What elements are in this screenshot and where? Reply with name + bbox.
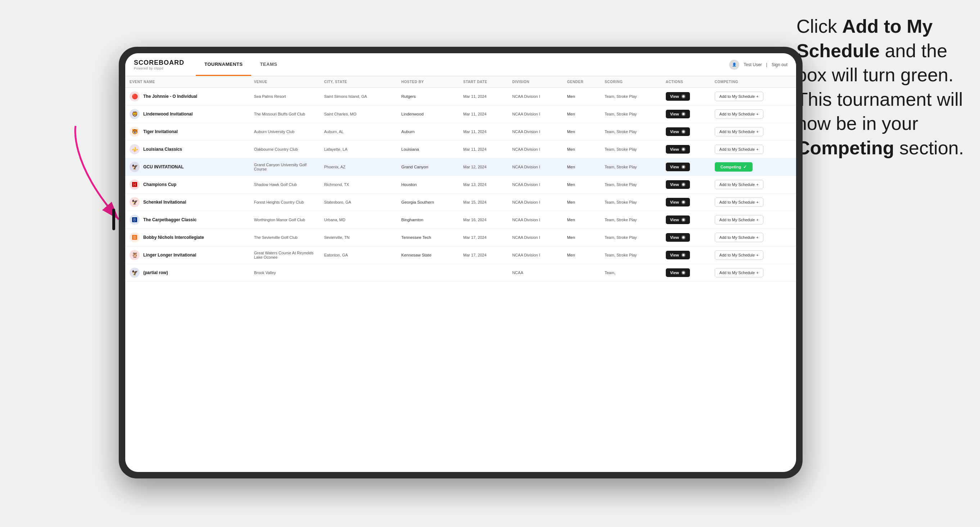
start-date-cell: Mar 11, 2024 <box>459 123 508 141</box>
add-to-schedule-button[interactable]: Add to My Schedule + <box>715 215 763 224</box>
logo-title: SCOREBOARD <box>134 59 184 67</box>
hosted-by-cell: Auburn <box>397 123 459 141</box>
division-cell: NCAA Division I <box>508 88 563 105</box>
add-to-schedule-button[interactable]: Add to My Schedule + <box>715 144 763 154</box>
add-to-schedule-button[interactable]: Add to My Schedule + <box>715 92 763 101</box>
table-row: 🐯 Tiger Invitational Auburn University C… <box>125 123 796 141</box>
view-icon: ⏺ <box>681 270 686 275</box>
venue-cell: Worthington Manor Golf Club <box>250 211 320 229</box>
user-label: Test User <box>743 62 762 67</box>
table-row: 🦅 Schenkel Invitational Forest Heights C… <box>125 194 796 211</box>
nav-tabs: TOURNAMENTS TEAMS <box>196 53 729 76</box>
plus-icon: + <box>756 270 758 275</box>
view-button[interactable]: View ⏺ <box>666 110 690 118</box>
table-row: 🦁 Lindenwood Invitational The Missouri B… <box>125 105 796 123</box>
view-icon: ⏺ <box>681 130 686 134</box>
sign-out-link[interactable]: Sign out <box>772 62 788 67</box>
gender-cell <box>563 264 600 282</box>
scoring-cell: Team, Stroke Play <box>600 88 662 105</box>
view-button[interactable]: View ⏺ <box>666 92 690 101</box>
gender-cell: Men <box>563 88 600 105</box>
view-icon: ⏺ <box>681 253 686 257</box>
view-icon: ⏺ <box>681 183 686 187</box>
event-name-cell: 🅱 The Carpetbagger Classic <box>125 211 250 229</box>
event-name-cell: 🦅 GCU INVITATIONAL <box>125 158 250 176</box>
event-title: Louisiana Classics <box>143 147 182 152</box>
actions-cell: View ⏺ <box>662 264 710 282</box>
city-state-cell: Urbana, MD <box>320 211 397 229</box>
view-button[interactable]: View ⏺ <box>666 268 690 277</box>
col-competing: COMPETING <box>710 76 796 88</box>
event-name-cell: 🅷 Champions Cup <box>125 176 250 194</box>
city-state-cell: Saint Simons Island, GA <box>320 88 397 105</box>
add-to-schedule-button[interactable]: Add to My Schedule + <box>715 180 763 189</box>
add-to-schedule-button[interactable]: Add to My Schedule + <box>715 127 763 137</box>
col-hosted-by: HOSTED BY <box>397 76 459 88</box>
actions-cell: View ⏺ <box>662 141 710 158</box>
start-date-cell: Mar 16, 2024 <box>459 211 508 229</box>
event-name-cell: 🦉 Linger Longer Invitational <box>125 246 250 264</box>
event-title: (partial row) <box>143 270 168 275</box>
view-button[interactable]: View ⏺ <box>666 180 690 189</box>
view-button[interactable]: View ⏺ <box>666 198 690 206</box>
start-date-cell: Mar 11, 2024 <box>459 141 508 158</box>
venue-cell: Auburn University Club <box>250 123 320 141</box>
tablet-screen: SCOREBOARD Powered by clippd TOURNAMENTS… <box>125 53 796 472</box>
hosted-by-cell: Houston <box>397 176 459 194</box>
competing-cell: Add to My Schedule + <box>710 246 796 264</box>
view-button[interactable]: View ⏺ <box>666 233 690 242</box>
team-logo: 🅷 <box>130 179 140 190</box>
table-row: 🦉 Linger Longer Invitational Great Water… <box>125 246 796 264</box>
competing-cell: Add to My Schedule + <box>710 141 796 158</box>
hosted-by-cell: Rutgers <box>397 88 459 105</box>
actions-cell: View ⏺ <box>662 158 710 176</box>
view-button[interactable]: View ⏺ <box>666 127 690 136</box>
add-to-schedule-button[interactable]: Add to My Schedule + <box>715 233 763 242</box>
start-date-cell: Mar 15, 2024 <box>459 194 508 211</box>
add-to-schedule-button[interactable]: Add to My Schedule + <box>715 197 763 207</box>
event-title: Tiger Invitational <box>143 129 178 134</box>
add-to-schedule-button[interactable]: Add to My Schedule + <box>715 268 763 277</box>
tab-teams[interactable]: TEAMS <box>251 53 286 76</box>
view-icon: ⏺ <box>681 94 686 98</box>
scoring-cell: Team, Stroke Play <box>600 176 662 194</box>
check-icon: ✓ <box>743 164 747 170</box>
view-icon: ⏺ <box>681 147 686 151</box>
view-button[interactable]: View ⏺ <box>666 163 690 171</box>
scoring-cell: Team, Stroke Play <box>600 123 662 141</box>
plus-icon: + <box>756 94 758 98</box>
event-title: Linger Longer Invitational <box>143 252 196 257</box>
view-icon: ⏺ <box>681 200 686 204</box>
gender-cell: Men <box>563 176 600 194</box>
hosted-by-cell: Grand Canyon <box>397 158 459 176</box>
plus-icon: + <box>756 112 758 116</box>
view-button[interactable]: View ⏺ <box>666 251 690 259</box>
tab-tournaments[interactable]: TOURNAMENTS <box>196 53 251 76</box>
event-title: The Carpetbagger Classic <box>143 217 197 222</box>
tablet-side-button <box>112 209 115 230</box>
scoring-cell: Team, Stroke Play <box>600 194 662 211</box>
competing-cell: Add to My Schedule + <box>710 194 796 211</box>
event-name-cell: 🦁 Lindenwood Invitational <box>125 105 250 123</box>
col-start-date: START DATE <box>459 76 508 88</box>
hosted-by-cell: Lindenwood <box>397 105 459 123</box>
avatar: 👤 <box>729 60 739 70</box>
scoring-cell: Team, Stroke Play <box>600 105 662 123</box>
add-to-schedule-button[interactable]: Add to My Schedule + <box>715 110 763 119</box>
city-state-cell: Phoenix, AZ <box>320 158 397 176</box>
view-button[interactable]: View ⏺ <box>666 145 690 154</box>
team-logo: 🦅 <box>130 162 140 172</box>
actions-cell: View ⏺ <box>662 229 710 246</box>
start-date-cell: Mar 13, 2024 <box>459 176 508 194</box>
event-title: Champions Cup <box>143 182 177 187</box>
view-button[interactable]: View ⏺ <box>666 216 690 224</box>
col-gender: GENDER <box>563 76 600 88</box>
venue-cell: Great Waters Course At Reynolds Lake Oco… <box>250 246 320 264</box>
competing-cell: Add to My Schedule + <box>710 229 796 246</box>
city-state-cell: Sevierville, TN <box>320 229 397 246</box>
competing-button[interactable]: Competing ✓ <box>715 162 752 171</box>
gender-cell: Men <box>563 211 600 229</box>
division-cell: NCAA Division I <box>508 123 563 141</box>
plus-icon: + <box>756 183 758 187</box>
add-to-schedule-button[interactable]: Add to My Schedule + <box>715 250 763 260</box>
